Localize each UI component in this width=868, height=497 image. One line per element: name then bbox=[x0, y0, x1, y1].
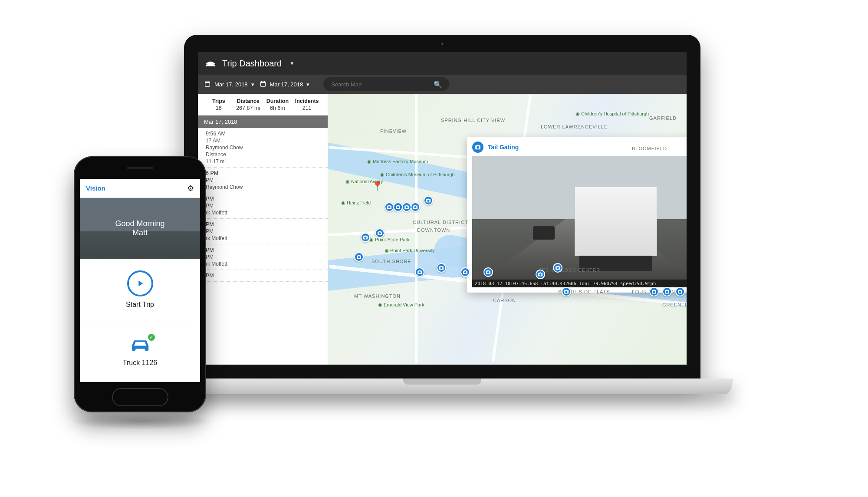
summary-incidents: Incidents 211 bbox=[292, 98, 322, 111]
incident-marker-icon[interactable] bbox=[483, 267, 493, 277]
incident-marker-icon[interactable] bbox=[385, 202, 394, 212]
chevron-down-icon: ▾ bbox=[306, 81, 309, 88]
map-search[interactable]: 🔍 bbox=[323, 77, 449, 91]
map-neighborhood-label: BLOOMFIELD bbox=[632, 146, 667, 151]
check-icon: ✓ bbox=[147, 333, 156, 342]
summary-label: Incidents bbox=[292, 98, 322, 104]
trip-list[interactable]: 9:56 AM17 AMRaymond ChowDistance11.17 mi… bbox=[198, 128, 328, 365]
incident-marker-icon[interactable] bbox=[460, 267, 470, 277]
start-trip-label: Start Trip bbox=[126, 301, 154, 309]
summary-duration: Duration 6h 6m bbox=[263, 98, 293, 111]
map-neighborhood-label: SPRING HILL CITY VIEW bbox=[441, 118, 505, 123]
trip-list-item[interactable]: PM bbox=[198, 270, 328, 282]
summary-value: 267.87 mi bbox=[233, 105, 263, 111]
incident-marker-icon[interactable] bbox=[562, 287, 571, 296]
summary-distance: Distance 267.87 mi bbox=[233, 98, 263, 111]
laptop-notch bbox=[403, 379, 481, 385]
laptop-base bbox=[151, 379, 733, 394]
laptop-bezel: Trip Dashboard ▼ Mar 17, 2018 ▾ Mar 17, … bbox=[184, 35, 700, 379]
greeting-text: Good Morning bbox=[115, 219, 164, 228]
summary-label: Trips bbox=[204, 98, 233, 104]
summary-label: Distance bbox=[233, 98, 263, 104]
map-poi-label[interactable]: ◉ Point Park University bbox=[385, 248, 434, 253]
incident-marker-icon[interactable] bbox=[536, 270, 545, 279]
dashcam-overlay-text: 2018-03-17 10:07:45.658 lat:40.432606 lo… bbox=[472, 280, 687, 287]
map-neighborhood-label: CARSON bbox=[493, 298, 516, 303]
summary-value: 211 bbox=[292, 105, 322, 111]
work-area: Trips 16 Distance 267.87 mi Duration 6h … bbox=[198, 94, 687, 365]
date-to-value: Mar 17, 2018 bbox=[270, 81, 303, 88]
summary-label: Duration bbox=[263, 98, 293, 104]
laptop-device: Trip Dashboard ▼ Mar 17, 2018 ▾ Mar 17, … bbox=[184, 35, 700, 394]
greeting-hero: Good Morning Matt bbox=[80, 198, 200, 259]
map-neighborhood-label: TECHNOLOGY CENTER bbox=[539, 267, 600, 273]
start-trip-card[interactable]: Start Trip bbox=[80, 259, 200, 320]
map-neighborhood-label: LOWER LAWRENCEVILLE bbox=[541, 124, 608, 129]
calendar-icon bbox=[204, 80, 211, 89]
incident-marker-icon[interactable] bbox=[411, 202, 420, 212]
map-neighborhood-label: DOWNTOWN bbox=[417, 227, 450, 233]
map-poi-label[interactable]: ◉ Emerald View Park bbox=[378, 302, 424, 308]
map-canvas[interactable]: 📍 Tail Gating × bbox=[328, 94, 687, 365]
map-poi-label[interactable]: ◉ Heinz Field bbox=[341, 200, 371, 206]
vehicle-card[interactable]: ✓ Truck 1126 bbox=[80, 320, 200, 382]
incident-marker-icon[interactable] bbox=[393, 202, 403, 212]
mobile-app-title: Vision bbox=[86, 184, 105, 192]
phone-shadow bbox=[69, 412, 213, 430]
trip-group-date: Mar 17, 2018 bbox=[198, 115, 328, 128]
play-icon[interactable] bbox=[127, 270, 153, 296]
map-neighborhood-label: SOUTH SHORE bbox=[372, 259, 411, 264]
gear-icon[interactable]: ⚙ bbox=[187, 184, 194, 193]
phone-device: Vision ⚙ Good Morning Matt Start Trip ✓ … bbox=[74, 156, 206, 412]
incident-marker-icon[interactable] bbox=[424, 196, 433, 205]
trip-list-item[interactable]: PMPMrk Moffett bbox=[198, 193, 328, 219]
phone-speaker bbox=[127, 167, 153, 169]
incident-marker-icon[interactable] bbox=[354, 252, 364, 262]
vehicle-label: Truck 1126 bbox=[123, 359, 157, 367]
phone-home-button[interactable] bbox=[112, 388, 168, 406]
car-icon: ✓ bbox=[128, 336, 152, 355]
trip-list-item[interactable]: PMPMrk Moffett bbox=[198, 219, 328, 244]
incident-marker-icon[interactable] bbox=[361, 233, 370, 242]
date-from-picker[interactable]: Mar 17, 2018 ▾ bbox=[204, 80, 254, 89]
mobile-app: Vision ⚙ Good Morning Matt Start Trip ✓ … bbox=[80, 179, 200, 382]
laptop-camera-icon bbox=[440, 42, 444, 46]
chevron-down-icon: ▾ bbox=[251, 81, 254, 88]
dashcam-car bbox=[533, 226, 555, 240]
dashboard-app: Trip Dashboard ▼ Mar 17, 2018 ▾ Mar 17, … bbox=[198, 52, 687, 365]
search-input[interactable] bbox=[331, 81, 434, 88]
incident-marker-icon[interactable] bbox=[437, 263, 446, 273]
trip-summary: Trips 16 Distance 267.87 mi Duration 6h … bbox=[198, 94, 328, 115]
incident-marker-icon[interactable] bbox=[553, 263, 562, 273]
map-neighborhood-label: GARFIELD bbox=[649, 115, 677, 121]
map-neighborhood-label: CULTURAL DISTRICT bbox=[413, 220, 468, 225]
map-poi-label[interactable]: ◉ Children's Museum of Pittsburgh bbox=[380, 172, 455, 178]
title-dropdown-icon[interactable]: ▼ bbox=[289, 60, 295, 66]
date-to-picker[interactable]: Mar 17, 2018 ▾ bbox=[260, 80, 310, 89]
summary-trips: Trips 16 bbox=[204, 98, 233, 111]
map-poi-label[interactable]: ◉ National Aviary bbox=[345, 179, 383, 184]
popup-title: Tail Gating bbox=[488, 144, 519, 151]
trip-list-item[interactable]: 6 PMPMRaymond Chow bbox=[198, 168, 328, 193]
incident-marker-icon[interactable] bbox=[649, 287, 659, 296]
calendar-icon bbox=[260, 80, 266, 89]
incident-marker-icon[interactable] bbox=[675, 287, 685, 296]
incident-marker-icon[interactable] bbox=[415, 267, 424, 277]
camera-icon bbox=[472, 142, 483, 153]
trip-list-item[interactable]: PMPMrk Moffett bbox=[198, 244, 328, 270]
map-neighborhood-label: MT WASHINGTON bbox=[354, 293, 401, 299]
incident-marker-icon[interactable] bbox=[402, 202, 411, 212]
search-icon[interactable]: 🔍 bbox=[434, 80, 442, 89]
trips-panel: Trips 16 Distance 267.87 mi Duration 6h … bbox=[198, 94, 328, 365]
map-poi-label[interactable]: ◉ Children's Hospital of Pittsburgh bbox=[575, 111, 649, 117]
date-from-value: Mar 17, 2018 bbox=[214, 81, 248, 88]
summary-value: 16 bbox=[204, 105, 233, 111]
user-name: Matt bbox=[132, 228, 148, 237]
app-header: Trip Dashboard ▼ bbox=[198, 52, 687, 75]
incident-marker-icon[interactable] bbox=[662, 287, 672, 296]
map-neighborhood-label: GREENFIELD bbox=[662, 302, 687, 307]
map-poi-label[interactable]: ◉ Point State Park bbox=[369, 237, 410, 243]
trip-list-item[interactable]: 9:56 AM17 AMRaymond ChowDistance11.17 mi bbox=[198, 128, 328, 168]
map-poi-label[interactable]: ◉ Mattress Factory Museum bbox=[367, 159, 428, 165]
incident-marker-icon[interactable] bbox=[375, 228, 385, 238]
